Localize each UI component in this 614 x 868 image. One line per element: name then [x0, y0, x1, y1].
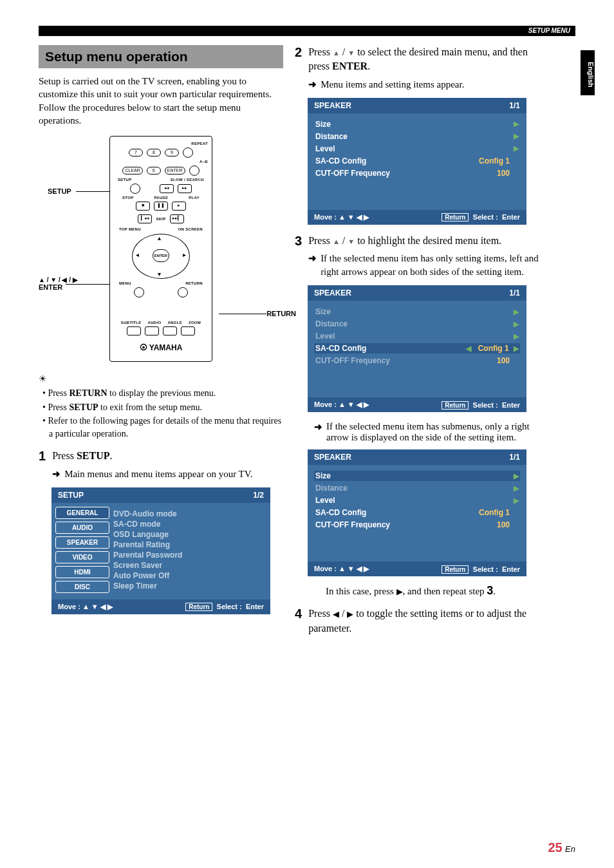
osd-speaker-2: SPEAKER1/1 Size▶ Distance▶ Level▶ SA-CD … — [308, 285, 526, 412]
header-bar: SETUP MENU — [39, 26, 575, 36]
header-label: SETUP MENU — [528, 27, 570, 34]
arrow-icon: ➜ — [52, 467, 60, 481]
osd-speaker-1: SPEAKER1/1 Size▶ Distance▶ Level▶ SA-CD … — [308, 98, 526, 225]
left-column: Setup menu operation Setup is carried ou… — [39, 45, 283, 617]
tips-list: Press RETURN to display the previous men… — [42, 387, 283, 440]
right-column: 2 Press ▲ / ▼ to select the desired main… — [295, 45, 544, 636]
step-1: 1 Press SETUP. ➜Main menus and menu item… — [39, 449, 283, 480]
remote-diagram: SETUP ▲ / ▼ / ◀ / ▶ ENTER RETURN REPEAT … — [71, 136, 251, 362]
callout-return: RETURN — [266, 310, 296, 317]
language-tab: English — [581, 50, 595, 95]
step-4: 4 Press ◀ / ▶ to toggle the setting item… — [295, 607, 544, 636]
section-heading: Setup menu operation — [39, 45, 283, 68]
tip-icon: ☀ — [39, 373, 283, 384]
callout-setup: SETUP — [48, 187, 71, 195]
page-number: 25 En — [548, 840, 575, 855]
intro-text: Setup is carried out on the TV screen, e… — [39, 75, 283, 127]
step-2: 2 Press ▲ / ▼ to select the desired main… — [295, 45, 544, 91]
tail-note: In this case, press ▶, and then repeat s… — [326, 584, 544, 598]
remote-body: REPEAT 789 A–B CLEAR0ENTER SETUPSLOW / S… — [109, 136, 212, 362]
step-3: 3 Press ▲ / ▼ to highlight the desired m… — [295, 234, 544, 279]
osd-speaker-3: SPEAKER1/1 Size▶ Distance▶ Level▶ SA-CD … — [308, 449, 526, 576]
osd-setup: SETUP1/2 GENERAL AUDIO SPEAKER VIDEO HDM… — [51, 487, 270, 614]
mid-note: ➜If the selected menu item has submenus,… — [314, 421, 544, 443]
